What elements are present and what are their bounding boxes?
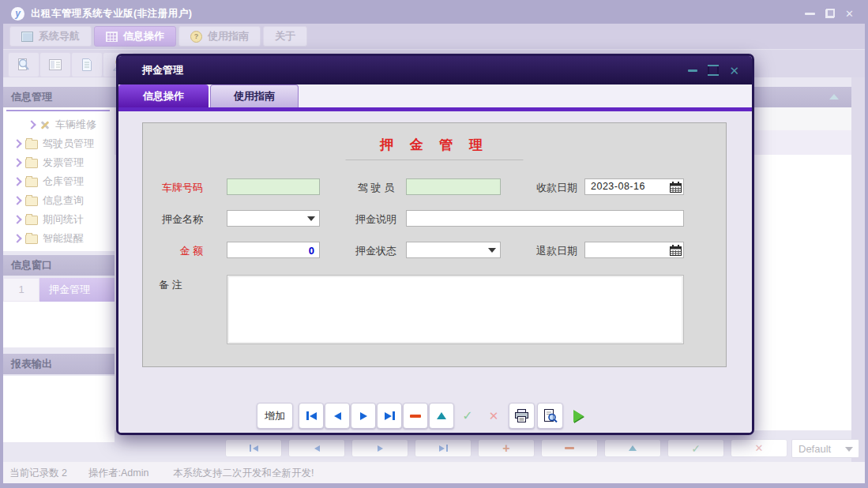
- amount-label: 金 额: [143, 244, 203, 258]
- dialog-titlebar: 押金管理 ✕: [118, 56, 752, 84]
- refund-date-label: 退款日期: [524, 244, 577, 258]
- driver-label: 驾 驶 员: [345, 181, 407, 195]
- run-button[interactable]: [566, 403, 592, 429]
- refund-date-input[interactable]: [584, 242, 684, 258]
- deposit-form-panel: 押 金 管 理 车牌号码 驾 驶 员 收款日期 2023-08-16 押金名称 …: [142, 122, 727, 367]
- minus-icon: [410, 415, 421, 418]
- amount-value: 0: [227, 242, 319, 258]
- print-button[interactable]: [509, 403, 535, 429]
- check-icon: ✓: [462, 408, 472, 423]
- prev-record-button[interactable]: [325, 403, 350, 429]
- deposit-name-select[interactable]: [227, 210, 320, 227]
- play-icon: [573, 410, 584, 422]
- status-select[interactable]: [406, 242, 501, 258]
- deposit-desc-label: 押金说明: [345, 212, 407, 227]
- deposit-desc-input[interactable]: [406, 210, 684, 227]
- chevron-down-icon: [488, 248, 496, 253]
- cancel-button: ✕: [481, 403, 506, 429]
- delete-button[interactable]: [403, 403, 428, 429]
- dialog-tab-bar: 信息操作 使用指南: [118, 84, 752, 107]
- remark-label: 备 注: [159, 278, 205, 292]
- status-label: 押金状态: [345, 244, 407, 258]
- add-button[interactable]: 增加: [257, 403, 293, 429]
- cross-icon: ✕: [489, 409, 499, 423]
- edit-button[interactable]: [429, 403, 454, 429]
- deposit-dialog: 押金管理 ✕ 信息操作 使用指南 押 金 管 理 车牌号码 驾 驶 员 收款日期…: [116, 54, 754, 435]
- printer-icon: [514, 409, 529, 422]
- deposit-name-label: 押金名称: [143, 212, 203, 227]
- calendar-icon[interactable]: [670, 182, 682, 193]
- plate-input[interactable]: [227, 178, 320, 195]
- first-record-button[interactable]: [299, 403, 324, 429]
- receive-date-input[interactable]: 2023-08-16: [584, 178, 684, 195]
- receive-date-label: 收款日期: [524, 181, 577, 195]
- dialog-tab-guide[interactable]: 使用指南: [210, 84, 299, 107]
- heading-underline: [346, 160, 524, 160]
- print-preview-button[interactable]: [537, 403, 563, 429]
- magnifier-doc-icon: [543, 409, 558, 422]
- calendar-icon[interactable]: [670, 245, 682, 256]
- chevron-down-icon: [307, 216, 315, 221]
- amount-input[interactable]: 0: [227, 242, 320, 258]
- dialog-maximize-icon[interactable]: [708, 65, 719, 76]
- remark-textarea[interactable]: [227, 275, 684, 344]
- next-record-button[interactable]: [351, 403, 376, 429]
- dialog-minimize-icon[interactable]: [688, 69, 697, 72]
- dialog-title: 押金管理: [118, 63, 183, 77]
- form-heading: 押 金 管 理: [143, 136, 726, 154]
- receive-date-value: 2023-08-16: [585, 179, 670, 194]
- plate-label: 车牌号码: [143, 181, 203, 195]
- dialog-tab-info-ops[interactable]: 信息操作: [118, 84, 209, 107]
- dialog-close-icon[interactable]: ✕: [729, 65, 739, 77]
- edit-icon: [437, 412, 446, 419]
- last-record-button[interactable]: [377, 403, 402, 429]
- driver-input[interactable]: [406, 178, 501, 195]
- confirm-button: ✓: [455, 403, 480, 429]
